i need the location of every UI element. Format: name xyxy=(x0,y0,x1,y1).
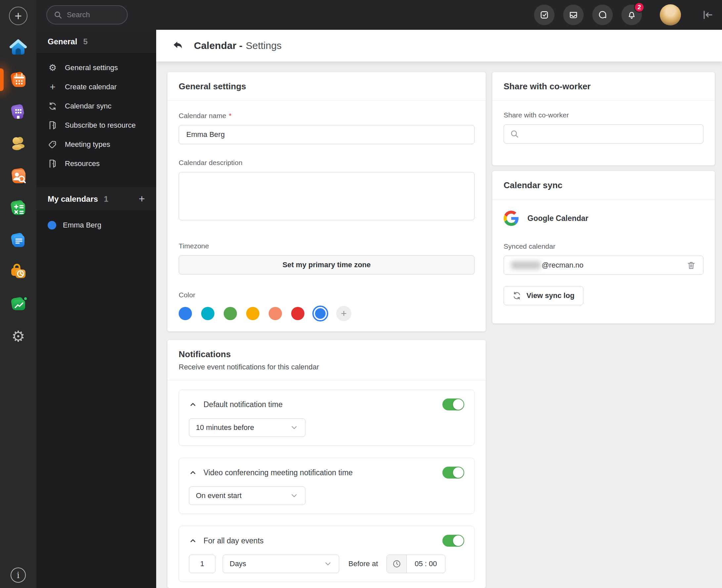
video-notification-select[interactable]: On event start xyxy=(189,486,305,505)
rail-item-people[interactable] xyxy=(9,134,27,153)
video-notification-toggle[interactable] xyxy=(442,467,464,479)
color-swatch-selected[interactable] xyxy=(314,307,327,320)
view-sync-log-button[interactable]: View sync log xyxy=(503,286,583,305)
delete-sync-button[interactable] xyxy=(687,260,696,270)
all-day-events-section: For all day events 1 Days xyxy=(179,526,474,582)
sidebar-item-calendar-emma-berg[interactable]: Emma Berg xyxy=(36,216,156,235)
rail-item-companies[interactable] xyxy=(9,103,27,121)
gear-icon: ⚙ xyxy=(48,63,58,72)
color-swatch[interactable] xyxy=(291,307,304,320)
share-card: Share with co-worker Share with co-worke… xyxy=(492,72,715,165)
add-button[interactable]: + xyxy=(9,7,27,25)
app-rail: + xyxy=(0,0,36,588)
card-title: Notifications xyxy=(179,349,474,359)
all-day-unit-select[interactable]: Days xyxy=(223,554,339,573)
default-notification-toggle[interactable] xyxy=(442,399,464,411)
sidebar-item-meeting-types[interactable]: Meeting types xyxy=(36,135,156,154)
rail-item-time[interactable] xyxy=(9,263,27,281)
buildings-icon xyxy=(9,103,27,121)
sidebar-item-label: Create calendar xyxy=(65,83,117,91)
google-logo xyxy=(503,211,519,226)
select-value: On event start xyxy=(196,491,242,500)
color-swatches: + xyxy=(179,304,474,323)
card-title: Share with co-worker xyxy=(503,81,591,91)
sidebar-item-general-settings[interactable]: ⚙ General settings xyxy=(36,58,156,77)
search-placeholder: Search xyxy=(67,10,90,19)
all-day-time-picker[interactable]: 05 : 00 xyxy=(387,554,445,573)
default-notification-select[interactable]: 10 minutes before xyxy=(189,418,305,437)
card-title: General settings xyxy=(179,81,246,91)
page-title: Calendar -Settings xyxy=(194,40,282,51)
section-label: For all day events xyxy=(204,537,264,545)
chevron-up-icon[interactable] xyxy=(189,469,197,477)
chevron-up-icon[interactable] xyxy=(189,537,197,545)
rail-item-statistics[interactable] xyxy=(9,295,27,314)
sidebar-item-subscribe-to-resource[interactable]: Subscribe to resource xyxy=(36,116,156,135)
all-day-events-toggle[interactable] xyxy=(442,535,464,547)
view-sync-log-label: View sync log xyxy=(527,291,574,300)
calendar-sync-card: Calendar sync Google Calendar Synced ca xyxy=(492,171,715,323)
chart-icon xyxy=(9,295,27,314)
page-title-bold: Calendar - xyxy=(194,40,243,51)
sidebar-item-calendar-sync[interactable]: Calendar sync xyxy=(36,97,156,116)
sync-icon xyxy=(48,102,58,110)
back-button[interactable] xyxy=(172,40,183,51)
rail-item-home[interactable] xyxy=(9,38,27,57)
rail-item-calendar[interactable] xyxy=(9,70,27,89)
avatar[interactable] xyxy=(660,4,681,25)
plus-icon: + xyxy=(48,81,58,92)
collapse-left-icon xyxy=(702,9,714,21)
section-my-calendars-label: My calendars xyxy=(48,194,98,204)
sidebar-item-create-calendar[interactable]: + Create calendar xyxy=(36,77,156,97)
back-arrow-icon xyxy=(172,40,183,51)
rail-item-documents[interactable] xyxy=(9,231,27,249)
calendar-name-label: Calendar name * xyxy=(179,112,474,120)
set-timezone-button[interactable]: Set my primary time zone xyxy=(179,255,474,274)
tag-icon xyxy=(48,140,58,149)
calendar-description-label: Calendar description xyxy=(179,159,474,167)
before-at-label: Before at xyxy=(348,560,378,568)
all-day-number-input[interactable]: 1 xyxy=(189,554,215,573)
search-input[interactable]: Search xyxy=(46,5,128,24)
section-my-calendars: My calendars 1 + xyxy=(36,187,156,211)
calendar-description-input[interactable] xyxy=(179,172,474,220)
color-swatch[interactable] xyxy=(201,307,214,320)
collapse-topbar-button[interactable] xyxy=(702,9,714,21)
section-my-calendars-count: 1 xyxy=(104,194,108,204)
share-search-input[interactable] xyxy=(503,124,703,144)
search-icon xyxy=(54,10,62,19)
sidebar-item-label: Subscribe to resource xyxy=(65,121,136,130)
settings-sidebar: General 5 ⚙ General settings + Create ca… xyxy=(36,30,156,588)
add-color-button[interactable]: + xyxy=(336,306,351,321)
general-settings-card: General settings Calendar name * Emma Be… xyxy=(167,72,486,331)
task-check-icon xyxy=(540,10,549,20)
video-notification-section: Video conferencing meeting notification … xyxy=(179,458,474,514)
rail-item-calculator[interactable] xyxy=(9,199,27,217)
rail-item-candidate-search[interactable] xyxy=(9,167,27,185)
color-swatch[interactable] xyxy=(269,307,282,320)
documents-icon xyxy=(9,231,27,249)
add-calendar-button[interactable]: + xyxy=(139,193,145,205)
rail-item-settings[interactable]: ⚙ xyxy=(9,327,27,345)
people-icon xyxy=(9,134,27,153)
sync-icon xyxy=(513,291,521,300)
chevron-up-icon[interactable] xyxy=(189,400,197,408)
calendar-icon xyxy=(9,70,27,89)
chat-button[interactable] xyxy=(592,5,613,25)
color-swatch[interactable] xyxy=(246,307,260,320)
color-swatch[interactable] xyxy=(179,307,192,320)
inbox-button[interactable] xyxy=(563,5,584,25)
color-swatch[interactable] xyxy=(224,307,237,320)
tasks-button[interactable] xyxy=(534,5,555,25)
briefcase-clock-icon xyxy=(9,263,27,281)
person-search-icon xyxy=(9,167,27,185)
notifications-button[interactable]: 2 xyxy=(621,5,642,25)
info-icon: i xyxy=(17,570,20,580)
calendar-name-input[interactable]: Emma Berg xyxy=(179,125,474,144)
sidebar-item-resources[interactable]: Resources xyxy=(36,154,156,173)
share-label: Share with co-worker xyxy=(503,111,703,119)
page-title-light: Settings xyxy=(246,40,282,51)
info-button[interactable]: i xyxy=(11,567,26,583)
bell-icon xyxy=(627,10,636,20)
plus-icon: + xyxy=(341,308,347,319)
